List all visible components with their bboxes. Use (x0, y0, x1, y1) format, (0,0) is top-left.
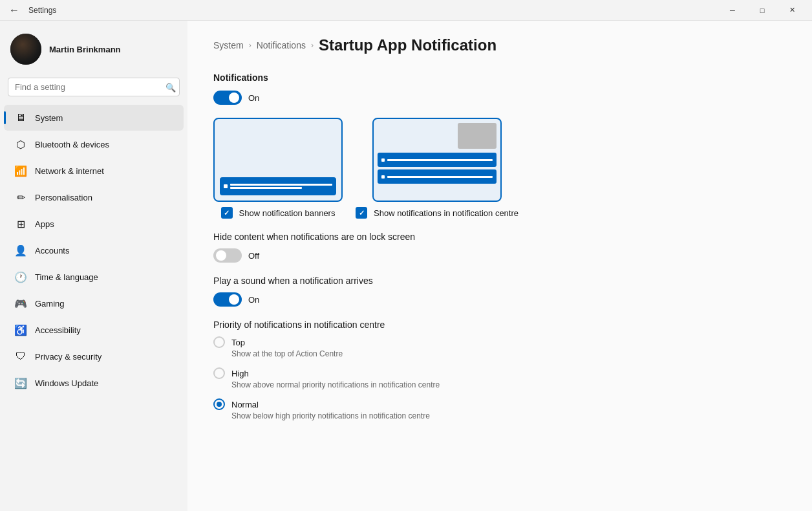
sidebar-item-windows-update[interactable]: 🔄 Windows Update (4, 370, 184, 396)
radio-row-normal: Normal (213, 398, 786, 410)
person-icon: 👤 (14, 244, 27, 257)
show-banners-checkbox[interactable]: ✓ (221, 207, 233, 219)
notifications-toggle[interactable] (213, 91, 242, 105)
radio-high[interactable] (213, 367, 225, 379)
nav-list: 🖥 System ⬡ Bluetooth & devices 📶 Network… (0, 104, 187, 397)
sidebar-item-label-accessibility: Accessibility (35, 325, 81, 335)
banner-line-1 (230, 184, 332, 186)
sidebar-item-gaming[interactable]: 🎮 Gaming (4, 290, 184, 316)
banner-bar (220, 177, 336, 195)
sidebar-item-privacy[interactable]: 🛡 Privacy & security (4, 343, 184, 369)
sidebar-item-system[interactable]: 🖥 System (4, 105, 184, 131)
sidebar-item-label-gaming: Gaming (35, 299, 65, 309)
notifications-toggle-label: On (248, 93, 259, 103)
sound-toggle[interactable] (213, 292, 242, 307)
sidebar-item-time[interactable]: 🕐 Time & language (4, 264, 184, 290)
check-mark: ✓ (224, 209, 230, 217)
lockscreen-title: Hide content when notifications are on l… (213, 232, 786, 242)
card2-item-2 (378, 169, 497, 184)
show-centre-checkbox[interactable]: ✓ (356, 207, 367, 219)
radio-inner (217, 402, 222, 407)
notifications-section-label: Notifications (213, 72, 786, 83)
radio-top[interactable] (213, 336, 225, 348)
user-section: Martin Brinkmann (0, 26, 187, 75)
sidebar-item-bluetooth[interactable]: ⬡ Bluetooth & devices (4, 131, 184, 157)
radio-desc-high: Show above normal priority notifications… (213, 380, 786, 389)
sidebar-item-label-system: System (35, 113, 63, 123)
breadcrumb-sep-2: › (311, 41, 314, 50)
sidebar-item-accounts[interactable]: 👤 Accounts (4, 237, 184, 263)
priority-option-normal: Normal Show below high priority notifica… (213, 398, 786, 420)
sidebar: Martin Brinkmann 🔍 🖥 System ⬡ Bluetooth … (0, 21, 187, 511)
bluetooth-icon: ⬡ (14, 138, 27, 151)
notifications-toggle-row: On (213, 91, 786, 105)
radio-label-normal: Normal (231, 400, 259, 409)
avatar (10, 34, 41, 65)
sound-thumb (229, 294, 239, 305)
sidebar-item-label-bluetooth: Bluetooth & devices (35, 140, 109, 149)
priority-options: Top Show at the top of Action Centre Hig… (213, 336, 786, 420)
sound-toggle-row: On (213, 292, 786, 307)
card2-item-1 (378, 153, 497, 167)
lockscreen-toggle-label: Off (248, 251, 259, 261)
search-input[interactable] (8, 78, 180, 96)
banner-lines (230, 184, 332, 189)
accessibility-icon: ♿ (14, 323, 27, 336)
sidebar-item-label-accounts: Accounts (35, 246, 69, 256)
priority-option-high: High Show above normal priority notifica… (213, 367, 786, 389)
card2-line-2 (387, 176, 493, 178)
titlebar-title: Settings (28, 6, 56, 15)
minimize-button[interactable]: ─ (718, 0, 747, 21)
radio-normal[interactable] (213, 398, 225, 410)
card2-dot-1 (381, 158, 385, 162)
sidebar-item-personalisation[interactable]: ✏ Personalisation (4, 184, 184, 210)
breadcrumb-system[interactable]: System (213, 40, 244, 50)
sidebar-item-label-windows-update: Windows Update (35, 378, 98, 388)
banner-dot (224, 184, 228, 188)
search-icon[interactable]: 🔍 (166, 82, 176, 92)
lockscreen-block: Hide content when notifications are on l… (213, 232, 786, 263)
breadcrumb-notifications[interactable]: Notifications (257, 40, 306, 50)
radio-row-high: High (213, 367, 786, 379)
sidebar-item-label-apps: Apps (35, 219, 54, 229)
toggle-thumb (229, 92, 239, 103)
sound-block: Play a sound when a notification arrives… (213, 276, 786, 307)
breadcrumb-current: Startup App Notification (319, 36, 497, 54)
priority-title: Priority of notifications in notificatio… (213, 320, 786, 330)
back-button[interactable]: ← (5, 1, 23, 19)
radio-label-high: High (231, 369, 249, 378)
show-banners-label: Show notification banners (239, 208, 336, 218)
card2-image (458, 123, 497, 149)
maximize-button[interactable]: □ (747, 0, 777, 21)
pencil-icon: ✏ (14, 191, 27, 204)
card2-line-1 (387, 159, 493, 161)
sidebar-item-accessibility[interactable]: ♿ Accessibility (4, 317, 184, 343)
main-content: System › Notifications › Startup App Not… (187, 21, 812, 511)
radio-row-top: Top (213, 336, 786, 348)
card2-items (378, 153, 497, 184)
close-button[interactable]: ✕ (777, 0, 807, 21)
centre-preview-card (372, 118, 502, 202)
breadcrumb-sep-1: › (249, 41, 251, 50)
sound-toggle-label: On (248, 295, 259, 305)
titlebar-left: ← Settings (5, 1, 56, 19)
check-mark-2: ✓ (359, 209, 365, 217)
radio-desc-normal: Show below high priority notifications i… (213, 411, 786, 420)
avatar-image (10, 34, 41, 65)
titlebar: ← Settings ─ □ ✕ (0, 0, 812, 21)
titlebar-controls: ─ □ ✕ (718, 0, 807, 21)
sidebar-item-network[interactable]: 📶 Network & internet (4, 158, 184, 184)
app-container: Martin Brinkmann 🔍 🖥 System ⬡ Bluetooth … (0, 21, 812, 511)
shield-icon: 🛡 (14, 350, 27, 363)
sidebar-item-apps[interactable]: ⊞ Apps (4, 211, 184, 237)
breadcrumb: System › Notifications › Startup App Not… (213, 36, 786, 54)
lockscreen-toggle[interactable] (213, 248, 242, 263)
banner-line-2 (230, 187, 302, 189)
show-centre-label: Show notifications in notification centr… (374, 208, 518, 218)
sidebar-item-label-time: Time & language (35, 272, 98, 282)
search-box: 🔍 (8, 78, 180, 96)
apps-icon: ⊞ (14, 217, 27, 230)
radio-desc-top: Show at the top of Action Centre (213, 349, 786, 358)
sidebar-item-label-privacy: Privacy & security (35, 352, 102, 362)
wifi-icon: 📶 (14, 164, 27, 177)
